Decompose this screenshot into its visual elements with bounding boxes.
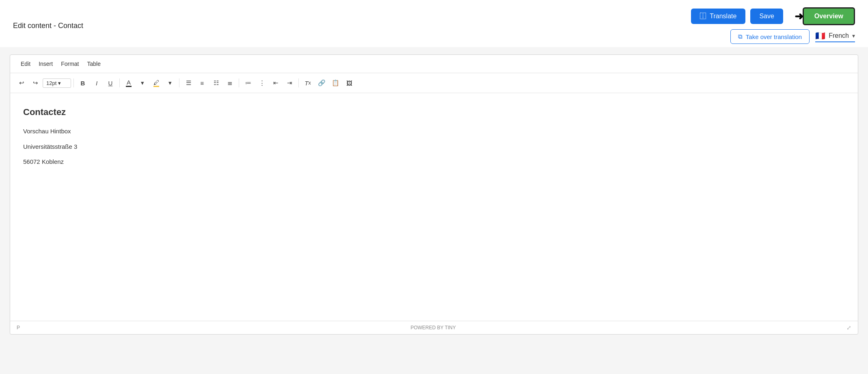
menu-table[interactable]: Table xyxy=(83,59,104,69)
current-block-indicator: P xyxy=(17,325,20,331)
indent-button[interactable]: ⇥ xyxy=(283,76,296,89)
language-selector[interactable]: 🇫🇷 French ▾ xyxy=(815,31,855,42)
align-right-button[interactable]: ☷ xyxy=(209,76,222,89)
editor-content[interactable]: Contactez Vorschau Hintbox Universitätss… xyxy=(10,93,858,321)
menu-edit[interactable]: Edit xyxy=(17,59,35,69)
translate-button[interactable]: ⿰ Translate xyxy=(691,9,745,24)
overview-label: Overview xyxy=(814,13,843,20)
align-justify-button[interactable]: ≣ xyxy=(223,76,236,89)
paste-button[interactable]: 📋 xyxy=(329,76,342,89)
align-left-button[interactable]: ☰ xyxy=(182,76,195,89)
menu-insert[interactable]: Insert xyxy=(35,59,57,69)
page-title: Edit content - Contact xyxy=(13,22,83,30)
top-right-controls: ⿰ Translate Save ➜ Overview ⧉ Take over … xyxy=(691,7,855,44)
highlight-icon: 🖊 xyxy=(153,79,160,86)
content-heading: Contactez xyxy=(23,104,845,120)
bottom-row-controls: ⧉ Take over translation 🇫🇷 French ▾ xyxy=(730,29,855,44)
font-color-bar xyxy=(126,86,132,87)
separator-2 xyxy=(119,78,120,87)
language-name: French xyxy=(829,32,849,39)
font-color-icon: A xyxy=(127,79,131,86)
italic-button[interactable]: I xyxy=(90,76,103,89)
separator-3 xyxy=(179,78,179,87)
separator-4 xyxy=(239,78,239,87)
separator-1 xyxy=(73,78,74,87)
font-size-value: 12pt xyxy=(46,80,56,86)
undo-button[interactable]: ↩ xyxy=(15,76,28,89)
font-size-chevron: ▾ xyxy=(58,80,61,86)
editor-container: Edit Insert Format Table ↩ ↪ 12pt ▾ B I … xyxy=(10,54,858,335)
bullet-list-button[interactable]: ≔ xyxy=(242,76,255,89)
take-over-button[interactable]: ⧉ Take over translation xyxy=(730,29,810,44)
font-size-selector[interactable]: 12pt ▾ xyxy=(43,78,71,88)
menu-bar: Edit Insert Format Table xyxy=(10,55,858,73)
save-label: Save xyxy=(759,13,774,20)
editor-footer: P POWERED BY TINY ⤢ xyxy=(10,321,858,334)
chevron-down-icon: ▾ xyxy=(852,33,855,39)
content-line-2: Universitätsstraße 3 xyxy=(23,141,845,152)
separator-5 xyxy=(298,78,299,87)
bold-button[interactable]: B xyxy=(76,76,89,89)
numbered-list-button[interactable]: ⋮ xyxy=(255,76,268,89)
underline-button[interactable]: U xyxy=(104,76,117,89)
highlight-color-button[interactable]: 🖊 xyxy=(150,76,163,89)
powered-by-label: POWERED BY TINY xyxy=(410,325,456,331)
translate-icon: ⿰ xyxy=(700,13,706,20)
font-color-dropdown[interactable]: ▾ xyxy=(136,76,149,89)
resize-handle[interactable]: ⤢ xyxy=(846,324,851,331)
image-button[interactable]: 🖼 xyxy=(343,76,356,89)
clear-format-button[interactable]: Tx xyxy=(301,76,314,89)
redo-button[interactable]: ↪ xyxy=(29,76,42,89)
outdent-button[interactable]: ⇤ xyxy=(269,76,282,89)
toolbar: ↩ ↪ 12pt ▾ B I U A ▾ 🖊 ▾ xyxy=(10,73,858,93)
link-button[interactable]: 🔗 xyxy=(315,76,328,89)
content-line-3: 56072 Koblenz xyxy=(23,157,845,167)
copy-icon: ⧉ xyxy=(738,33,743,40)
align-center-button[interactable]: ≡ xyxy=(196,76,209,89)
content-line-1: Vorschau Hintbox xyxy=(23,126,845,137)
flag-icon: 🇫🇷 xyxy=(815,31,825,41)
arrow-icon: ➜ xyxy=(795,10,803,23)
font-color-button[interactable]: A xyxy=(122,76,135,89)
overview-button[interactable]: Overview xyxy=(803,7,855,25)
top-row-buttons: ⿰ Translate Save ➜ Overview xyxy=(691,7,855,25)
menu-format[interactable]: Format xyxy=(57,59,83,69)
translate-label: Translate xyxy=(710,13,736,20)
save-button[interactable]: Save xyxy=(750,9,783,24)
highlight-color-dropdown[interactable]: ▾ xyxy=(164,76,177,89)
highlight-color-bar xyxy=(153,86,159,87)
take-over-label: Take over translation xyxy=(746,33,802,40)
